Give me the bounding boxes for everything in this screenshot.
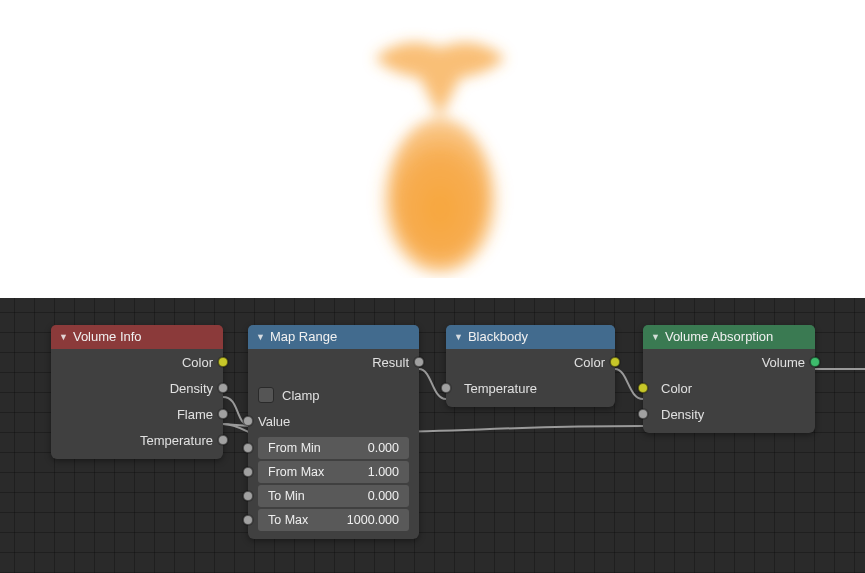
node-header[interactable]: ▼ Map Range (248, 325, 419, 349)
socket-out-flame[interactable] (218, 409, 228, 419)
node-map-range[interactable]: ▼ Map Range Result Clamp Value From Min … (248, 325, 419, 539)
field-from-min[interactable]: From Min 0.000 (258, 437, 409, 459)
input-temperature: Temperature (446, 375, 615, 401)
node-title: Volume Info (73, 325, 142, 349)
svg-point-1 (390, 118, 490, 258)
socket-in-to-min[interactable] (243, 491, 253, 501)
node-header[interactable]: ▼ Blackbody (446, 325, 615, 349)
node-blackbody[interactable]: ▼ Blackbody Color Temperature (446, 325, 615, 407)
output-color: Color (446, 349, 615, 375)
socket-out-volume[interactable] (810, 357, 820, 367)
socket-out-color[interactable] (610, 357, 620, 367)
socket-out-density[interactable] (218, 383, 228, 393)
svg-point-0 (380, 113, 500, 273)
node-title: Map Range (270, 325, 337, 349)
socket-in-temperature[interactable] (441, 383, 451, 393)
node-volume-info[interactable]: ▼ Volume Info Color Density Flame Temper… (51, 325, 223, 459)
flame-render (350, 18, 530, 278)
output-result: Result (248, 349, 419, 375)
output-flame: Flame (51, 401, 223, 427)
socket-out-temperature[interactable] (218, 435, 228, 445)
socket-in-color[interactable] (638, 383, 648, 393)
node-title: Blackbody (468, 325, 528, 349)
socket-in-density[interactable] (638, 409, 648, 419)
socket-in-from-min[interactable] (243, 443, 253, 453)
output-density: Density (51, 375, 223, 401)
node-header[interactable]: ▼ Volume Absorption (643, 325, 815, 349)
collapse-icon[interactable]: ▼ (256, 325, 265, 349)
node-editor[interactable]: ▼ Volume Info Color Density Flame Temper… (0, 298, 865, 573)
field-to-max[interactable]: To Max 1000.000 (258, 509, 409, 531)
node-volume-absorption[interactable]: ▼ Volume Absorption Volume Color Density (643, 325, 815, 433)
socket-in-value[interactable] (243, 416, 253, 426)
input-color: Color (643, 375, 815, 401)
collapse-icon[interactable]: ▼ (59, 325, 68, 349)
value-label: Value (258, 414, 290, 429)
node-title: Volume Absorption (665, 325, 773, 349)
collapse-icon[interactable]: ▼ (651, 325, 660, 349)
socket-in-to-max[interactable] (243, 515, 253, 525)
field-to-min[interactable]: To Min 0.000 (258, 485, 409, 507)
value-input-row: Value (248, 409, 419, 433)
clamp-checkbox[interactable] (258, 387, 274, 403)
field-from-max[interactable]: From Max 1.000 (258, 461, 409, 483)
output-volume: Volume (643, 349, 815, 375)
socket-out-result[interactable] (414, 357, 424, 367)
input-density: Density (643, 401, 815, 427)
output-temperature: Temperature (51, 427, 223, 453)
output-color: Color (51, 349, 223, 375)
clamp-row: Clamp (248, 381, 419, 409)
clamp-label: Clamp (282, 388, 320, 403)
socket-out-color[interactable] (218, 357, 228, 367)
collapse-icon[interactable]: ▼ (454, 325, 463, 349)
socket-in-from-max[interactable] (243, 467, 253, 477)
node-header[interactable]: ▼ Volume Info (51, 325, 223, 349)
render-preview (0, 0, 865, 298)
